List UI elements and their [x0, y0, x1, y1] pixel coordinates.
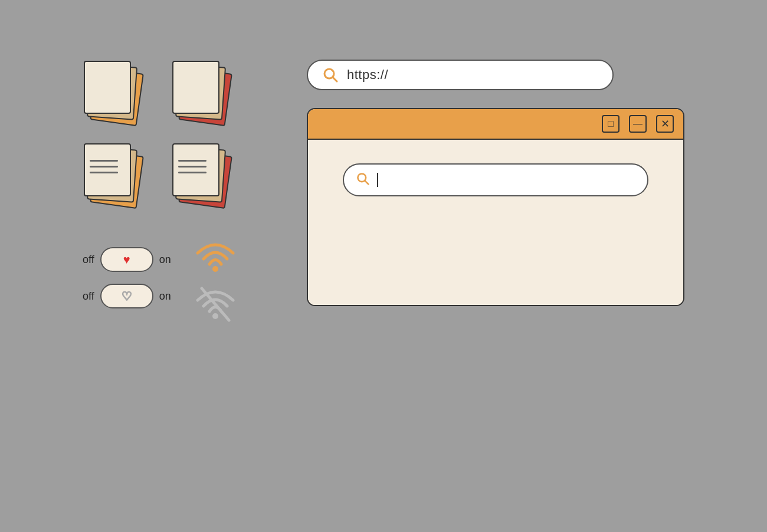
url-text[interactable]: https:// [347, 67, 388, 83]
svg-point-1 [212, 313, 218, 319]
doc-stacks-row-1 [83, 60, 271, 124]
doc-line-2 [90, 166, 118, 168]
search-icon [322, 67, 339, 83]
doc-page-front [84, 61, 131, 114]
toggle-on-label: on [159, 254, 171, 266]
doc-stack-red-plain [171, 60, 236, 124]
doc-stack-orange-lines [83, 142, 148, 207]
doc-stacks-row-2 [83, 142, 271, 207]
url-bar[interactable]: https:// [307, 60, 614, 90]
close-button[interactable]: ✕ [656, 115, 674, 133]
doc-line-2 [178, 166, 206, 168]
wifi-off-icon [195, 284, 236, 319]
doc-line-3 [178, 172, 206, 173]
doc-line-1 [90, 160, 118, 162]
maximize-button[interactable]: □ [602, 115, 620, 133]
doc-line-1 [178, 160, 206, 162]
toggle-on-row: off ♥ on [83, 247, 171, 272]
svg-line-6 [365, 180, 368, 184]
svg-point-0 [212, 266, 218, 272]
browser-titlebar: □ — ✕ [308, 109, 683, 140]
browser-window: □ — ✕ [307, 108, 684, 306]
doc-page-front [172, 61, 219, 114]
toggle-on-label: on [159, 290, 171, 303]
toggle-off-row: off ♡ on [83, 284, 171, 308]
browser-search-bar[interactable] [343, 163, 648, 196]
browser-search-icon [356, 172, 370, 188]
wifi-column [195, 237, 236, 319]
text-cursor [377, 173, 378, 187]
doc-content-lines [90, 160, 118, 173]
toggle-off-label: off [83, 254, 94, 266]
toggle-off-switch[interactable]: ♡ [100, 284, 153, 308]
doc-stack-orange-plain [83, 60, 148, 124]
wifi-on-icon [195, 237, 236, 272]
doc-stack-red-lines [171, 142, 236, 207]
svg-line-4 [333, 77, 337, 81]
toggle-off-label: off [83, 290, 94, 303]
heart-outline-icon: ♡ [122, 289, 132, 303]
toggles-column: off ♥ on off ♡ on [83, 247, 171, 308]
doc-content-lines [178, 160, 206, 173]
main-canvas: off ♥ on off ♡ on [59, 36, 708, 496]
toggle-on-switch[interactable]: ♥ [100, 247, 153, 272]
toggles-wifi-section: off ♥ on off ♡ on [83, 237, 271, 319]
right-panel: https:// □ — ✕ [307, 60, 684, 306]
minimize-button[interactable]: — [629, 115, 647, 133]
browser-content [308, 140, 683, 305]
doc-line-3 [90, 172, 118, 173]
heart-filled-icon: ♥ [123, 253, 130, 267]
left-panel: off ♥ on off ♡ on [83, 60, 271, 319]
